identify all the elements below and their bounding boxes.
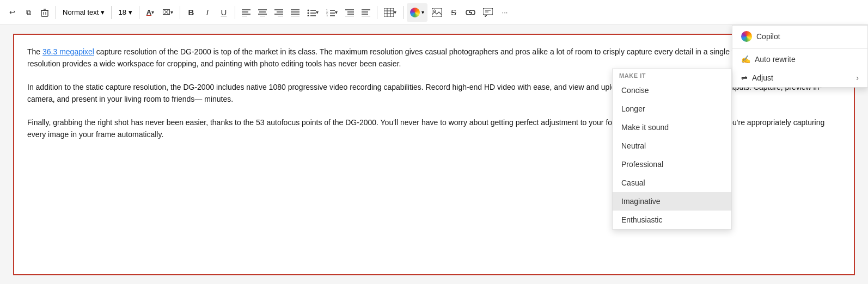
numbered-list-button[interactable]: 1. 2. 3. ▾ (323, 3, 341, 22)
align-center-button[interactable] (255, 3, 270, 22)
separator-1 (56, 6, 56, 19)
style-label: Normal text (63, 8, 99, 16)
strikethrough-icon: S (451, 8, 456, 17)
adjust-icon: ⇌ (741, 73, 748, 82)
submenu-imaginative[interactable]: Imaginative (613, 192, 731, 211)
svg-point-23 (307, 12, 309, 14)
highlight-icon: ⌧ (162, 8, 170, 16)
table-button[interactable]: ▾ (381, 3, 400, 22)
bullet-list-button[interactable]: ▾ (304, 3, 322, 22)
submenu-header: Make it (613, 69, 731, 81)
bold-button[interactable]: B (184, 3, 199, 22)
strikethrough-button[interactable]: S (446, 3, 461, 22)
submenu-casual[interactable]: Casual (613, 174, 731, 192)
font-color-icon: A (146, 8, 151, 16)
table-chevron: ▾ (394, 9, 396, 15)
separator-4 (180, 6, 180, 19)
font-color-button[interactable]: A ▾ (143, 3, 158, 22)
align-center-icon (258, 9, 267, 16)
svg-text:3.: 3. (326, 14, 328, 16)
undo-button[interactable]: ↩ (4, 3, 20, 22)
copilot-color-icon (410, 8, 420, 17)
adjust-submenu: Make it Concise Longer Make it sound Neu… (612, 69, 732, 230)
menu-separator-1 (732, 48, 867, 49)
copy-button[interactable]: ⧉ (21, 3, 36, 22)
table-icon (384, 8, 394, 17)
numbered-list-icon: 1. 2. 3. (326, 9, 335, 16)
separator-6 (377, 6, 377, 19)
copilot-panel: Copilot ✍ Auto rewrite ⇌ Adjust (732, 25, 868, 88)
svg-point-21 (307, 9, 309, 11)
justify-button[interactable] (288, 3, 303, 22)
more-button[interactable]: ··· (497, 3, 512, 22)
submenu-concise[interactable]: Concise (613, 81, 731, 100)
main-area: The 36.3 megapixel capture resolution of… (0, 25, 868, 284)
auto-rewrite-icon: ✍ (741, 55, 750, 64)
align-left-icon (242, 9, 250, 16)
font-size-value: 18 (118, 8, 126, 16)
outdent-icon (362, 9, 370, 16)
megapixel-link[interactable]: 36.3 megapixel (42, 47, 94, 56)
highlight-chevron: ▾ (170, 9, 173, 15)
justify-icon (291, 9, 299, 16)
auto-rewrite-label: Auto rewrite (755, 55, 796, 64)
link-icon (466, 9, 475, 16)
adjust-label: Adjust (752, 73, 773, 82)
auto-rewrite-menu-item[interactable]: ✍ Auto rewrite (732, 50, 867, 69)
bullet-chevron: ▾ (316, 9, 319, 15)
copilot-label: Copilot (756, 32, 780, 41)
style-chevron-icon: ▾ (101, 8, 105, 16)
submenu-professional[interactable]: Professional (613, 155, 731, 174)
submenu-enthusiastic[interactable]: Enthusiastic (613, 211, 731, 229)
more-icon: ··· (502, 8, 508, 16)
separator-7 (403, 6, 404, 19)
font-size-chevron-icon: ▾ (129, 8, 132, 16)
copilot-toolbar-button[interactable]: ▾ (407, 3, 427, 22)
svg-point-25 (307, 15, 309, 16)
trash-button[interactable] (37, 3, 52, 22)
italic-button[interactable]: I (200, 3, 215, 22)
submenu-make-it-sound[interactable]: Make it sound (613, 118, 731, 137)
comment-icon (483, 8, 493, 17)
svg-rect-46 (432, 8, 442, 17)
numbered-chevron: ▾ (335, 9, 338, 15)
outdent-button[interactable] (358, 3, 374, 22)
font-color-chevron: ▾ (151, 9, 154, 15)
comment-button[interactable] (480, 3, 496, 22)
indent-icon (345, 9, 354, 16)
style-selector[interactable]: Normal text ▾ (59, 3, 108, 22)
separator-2 (111, 6, 112, 19)
toolbar: ↩ ⧉ Normal text ▾ 18 ▾ A ▾ ⌧ ▾ B I (0, 0, 868, 25)
bold-icon: B (188, 8, 194, 17)
underline-icon: U (221, 8, 227, 17)
image-icon (432, 8, 442, 17)
copilot-menu-icon (741, 31, 752, 42)
align-right-button[interactable] (271, 3, 286, 22)
submenu-neutral[interactable]: Neutral (613, 137, 731, 155)
underline-button[interactable]: U (216, 3, 231, 22)
trash-icon (41, 8, 48, 17)
link-button[interactable] (462, 3, 479, 22)
copilot-chevron-icon: ▾ (421, 9, 424, 15)
separator-5 (235, 6, 235, 19)
svg-rect-0 (41, 10, 48, 16)
image-button[interactable] (429, 3, 445, 22)
highlight-button[interactable]: ⌧ ▾ (159, 3, 176, 22)
paragraph-1: The 36.3 megapixel capture resolution of… (27, 46, 841, 70)
align-right-icon (274, 9, 283, 16)
adjust-menu-item[interactable]: ⇌ Adjust (732, 69, 867, 87)
separator-3 (139, 6, 139, 19)
italic-icon: I (206, 8, 209, 17)
indent-button[interactable] (342, 3, 357, 22)
adjust-chevron-icon (856, 73, 859, 82)
copilot-menu-item[interactable]: Copilot (732, 26, 867, 47)
font-size-selector[interactable]: 18 ▾ (115, 3, 135, 22)
submenu-longer[interactable]: Longer (613, 100, 731, 118)
align-left-button[interactable] (239, 3, 254, 22)
svg-rect-41 (384, 8, 394, 17)
svg-rect-49 (483, 8, 493, 15)
bullet-list-icon (307, 9, 316, 16)
